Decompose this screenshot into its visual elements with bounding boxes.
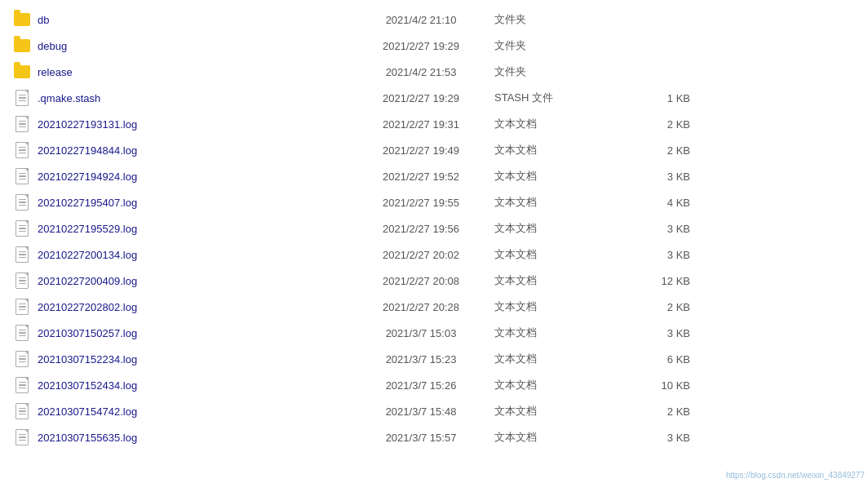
file-size: 12 KB xyxy=(625,275,690,287)
table-row[interactable]: 20210227195407.log2021/2/27 19:55文本文档4 K… xyxy=(0,189,868,215)
file-type: 文本文档 xyxy=(494,430,625,445)
file-name: 20210227202802.log xyxy=(38,301,348,313)
file-date: 2021/4/2 21:10 xyxy=(348,14,494,26)
file-name: 20210307155635.log xyxy=(38,432,348,444)
file-name: db xyxy=(38,14,348,26)
folder-icon xyxy=(14,13,30,26)
file-date: 2021/2/27 19:29 xyxy=(348,40,494,52)
document-icon xyxy=(16,142,29,158)
table-row[interactable]: 20210307150257.log2021/3/7 15:03文本文档3 KB xyxy=(0,320,868,346)
document-icon xyxy=(16,299,29,315)
document-icon xyxy=(16,325,29,341)
file-size: 3 KB xyxy=(625,171,690,183)
document-icon xyxy=(16,351,29,367)
file-name: 20210227193131.log xyxy=(38,118,348,131)
table-row[interactable]: 20210227194924.log2021/2/27 19:52文本文档3 K… xyxy=(0,163,868,189)
file-type: 文本文档 xyxy=(494,221,625,236)
document-icon xyxy=(16,116,29,132)
watermark: https://blog.csdn.net/weixin_43849277 xyxy=(726,471,865,480)
file-name: 20210307150257.log xyxy=(38,327,348,339)
document-icon xyxy=(16,168,29,184)
file-name: 20210307152234.log xyxy=(38,353,348,366)
file-size: 2 KB xyxy=(625,405,690,418)
file-date: 2021/2/27 20:28 xyxy=(348,301,494,313)
file-date: 2021/2/27 20:02 xyxy=(348,249,494,261)
file-size: 2 KB xyxy=(625,144,690,157)
table-row[interactable]: debug2021/2/27 19:29文件夹 xyxy=(0,33,868,59)
table-row[interactable]: 20210307152234.log2021/3/7 15:23文本文档6 KB xyxy=(0,346,868,372)
file-size: 3 KB xyxy=(625,249,690,261)
file-size: 3 KB xyxy=(625,432,690,444)
file-date: 2021/3/7 15:26 xyxy=(348,379,494,392)
file-date: 2021/2/27 19:56 xyxy=(348,223,494,235)
file-type: 文件夹 xyxy=(494,38,625,53)
file-type: 文本文档 xyxy=(494,273,625,288)
file-size: 1 KB xyxy=(625,92,690,104)
file-name: debug xyxy=(38,40,348,52)
document-icon xyxy=(16,273,29,289)
file-type: 文件夹 xyxy=(494,12,625,27)
document-icon xyxy=(16,90,29,106)
file-name: 20210227194924.log xyxy=(38,171,348,183)
file-date: 2021/2/27 20:08 xyxy=(348,275,494,287)
file-name: 20210307152434.log xyxy=(38,379,348,392)
file-type: 文本文档 xyxy=(494,352,625,366)
file-size: 3 KB xyxy=(625,327,690,339)
folder-icon xyxy=(14,65,30,78)
table-row[interactable]: 20210227195529.log2021/2/27 19:56文本文档3 K… xyxy=(0,215,868,242)
document-icon xyxy=(16,194,29,210)
file-type: 文件夹 xyxy=(494,64,625,79)
document-icon xyxy=(16,246,29,263)
file-type: 文本文档 xyxy=(494,378,625,392)
file-name: 20210227200409.log xyxy=(38,275,348,287)
file-type: 文本文档 xyxy=(494,117,625,131)
file-name: 20210227195407.log xyxy=(38,197,348,209)
table-row[interactable]: 20210307152434.log2021/3/7 15:26文本文档10 K… xyxy=(0,372,868,398)
file-date: 2021/2/27 19:55 xyxy=(348,197,494,209)
table-row[interactable]: .qmake.stash2021/2/27 19:29STASH 文件1 KB xyxy=(0,85,868,111)
file-size: 4 KB xyxy=(625,197,690,209)
file-date: 2021/2/27 19:31 xyxy=(348,118,494,131)
file-type: STASH 文件 xyxy=(494,91,625,105)
file-size: 6 KB xyxy=(625,353,690,366)
file-date: 2021/3/7 15:48 xyxy=(348,405,494,418)
table-row[interactable]: 20210227193131.log2021/2/27 19:31文本文档2 K… xyxy=(0,111,868,137)
table-row[interactable]: 20210227194844.log2021/2/27 19:49文本文档2 K… xyxy=(0,137,868,163)
file-list: db2021/4/2 21:10文件夹debug2021/2/27 19:29文… xyxy=(0,0,868,457)
document-icon xyxy=(16,429,29,445)
file-name: .qmake.stash xyxy=(38,92,348,104)
file-date: 2021/2/27 19:49 xyxy=(348,144,494,157)
file-name: 20210307154742.log xyxy=(38,405,348,418)
file-date: 2021/2/27 19:29 xyxy=(348,92,494,104)
file-name: 20210227195529.log xyxy=(38,223,348,235)
file-date: 2021/4/2 21:53 xyxy=(348,66,494,78)
file-type: 文本文档 xyxy=(494,404,625,419)
file-type: 文本文档 xyxy=(494,326,625,340)
file-date: 2021/3/7 15:23 xyxy=(348,353,494,366)
document-icon xyxy=(16,220,29,237)
file-size: 3 KB xyxy=(625,223,690,235)
folder-icon xyxy=(14,39,30,52)
table-row[interactable]: release2021/4/2 21:53文件夹 xyxy=(0,59,868,85)
file-type: 文本文档 xyxy=(494,143,625,157)
file-type: 文本文档 xyxy=(494,195,625,210)
table-row[interactable]: 20210307154742.log2021/3/7 15:48文本文档2 KB xyxy=(0,398,868,424)
file-name: release xyxy=(38,66,348,78)
file-size: 10 KB xyxy=(625,379,690,392)
file-type: 文本文档 xyxy=(494,247,625,262)
file-type: 文本文档 xyxy=(494,169,625,184)
file-name: 20210227194844.log xyxy=(38,144,348,157)
file-size: 2 KB xyxy=(625,301,690,313)
table-row[interactable]: 20210227202802.log2021/2/27 20:28文本文档2 K… xyxy=(0,294,868,320)
file-date: 2021/3/7 15:57 xyxy=(348,432,494,444)
file-name: 20210227200134.log xyxy=(38,249,348,261)
table-row[interactable]: db2021/4/2 21:10文件夹 xyxy=(0,7,868,33)
table-row[interactable]: 20210307155635.log2021/3/7 15:57文本文档3 KB xyxy=(0,424,868,450)
document-icon xyxy=(16,403,29,419)
file-date: 2021/2/27 19:52 xyxy=(348,171,494,183)
table-row[interactable]: 20210227200134.log2021/2/27 20:02文本文档3 K… xyxy=(0,242,868,268)
document-icon xyxy=(16,377,29,393)
file-size: 2 KB xyxy=(625,118,690,131)
file-date: 2021/3/7 15:03 xyxy=(348,327,494,339)
table-row[interactable]: 20210227200409.log2021/2/27 20:08文本文档12 … xyxy=(0,268,868,294)
